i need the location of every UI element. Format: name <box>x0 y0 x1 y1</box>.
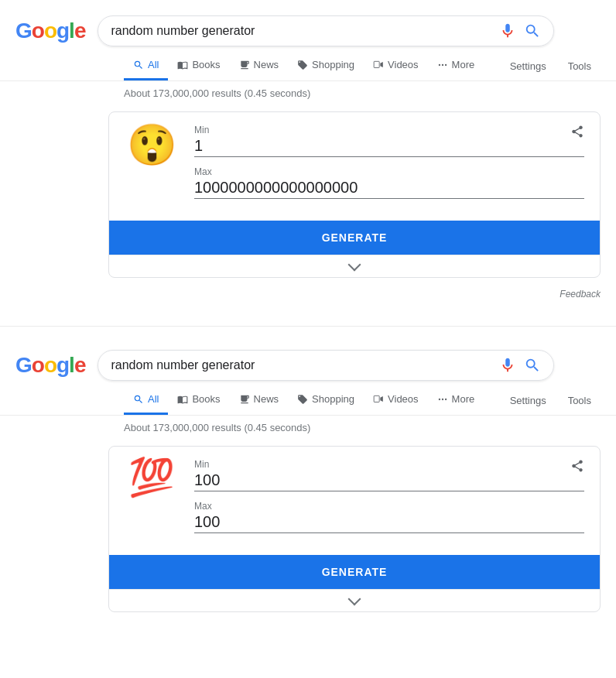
tab-videos-2[interactable]: Videos <box>364 385 428 415</box>
share-button-1[interactable] <box>570 125 584 141</box>
results-count-2: About 173,000,000 results (0.45 seconds) <box>0 416 616 440</box>
svg-point-4 <box>444 63 446 65</box>
widget-emoji-2: 💯 <box>125 459 179 496</box>
generate-button-2[interactable]: GENERATE <box>109 555 600 589</box>
tab-more-2[interactable]: More <box>428 385 484 415</box>
video-icon-2 <box>373 394 384 405</box>
search-tab-icon-2 <box>133 394 144 405</box>
widget-emoji-1: 😲 <box>125 125 179 165</box>
book-icon-2 <box>177 394 188 405</box>
widget-body-1: 😲 Min 1 Max 1000000000000000000 <box>109 112 600 221</box>
max-value-2[interactable]: 100 <box>194 513 584 533</box>
book-icon-1 <box>177 60 188 70</box>
max-value-1[interactable]: 1000000000000000000 <box>194 179 584 199</box>
min-label-2: Min <box>194 459 584 470</box>
tab-books-1[interactable]: Books <box>168 51 229 80</box>
video-icon-1 <box>373 60 384 70</box>
mic-icon-1[interactable] <box>499 22 516 39</box>
tag-icon-1 <box>297 60 308 70</box>
share-button-2[interactable] <box>570 459 584 475</box>
section-divider <box>0 326 616 327</box>
chevron-down-icon-1 <box>348 259 361 272</box>
feedback-1: Feedback <box>108 284 616 303</box>
news-icon-1 <box>239 60 250 70</box>
search-bar-2[interactable] <box>98 350 554 381</box>
header-1: Google <box>0 8 616 51</box>
max-input-group-2: Max 100 <box>194 501 584 533</box>
widget-card-2: 💯 Min 100 Max 100 GENERATE <box>108 446 601 612</box>
svg-marker-1 <box>380 61 383 67</box>
tag-icon-2 <box>297 394 308 405</box>
nav-tabs-1: All Books News Shopping Videos More Sett… <box>0 51 616 81</box>
search-input-1[interactable] <box>111 24 493 38</box>
nav-settings-1: Settings Tools <box>501 53 601 80</box>
nav-tabs-2: All Books News Shopping Videos More Sett… <box>0 385 616 416</box>
tab-shopping-1[interactable]: Shopping <box>288 51 364 80</box>
svg-point-8 <box>441 398 443 399</box>
search-bar-1[interactable] <box>98 15 554 46</box>
max-label-2: Max <box>194 501 584 512</box>
widget-body-2: 💯 Min 100 Max 100 <box>109 447 600 555</box>
google-logo-1: Google <box>15 19 85 43</box>
header-2: Google <box>0 342 616 385</box>
tab-more-1[interactable]: More <box>428 51 484 80</box>
search-input-2[interactable] <box>111 358 493 372</box>
svg-point-9 <box>444 398 446 399</box>
tab-all-1[interactable]: All <box>124 51 168 80</box>
section-1: Google All Books News <box>0 0 616 318</box>
mic-icon-2[interactable] <box>499 357 516 374</box>
svg-rect-5 <box>374 396 379 402</box>
min-label-1: Min <box>194 125 584 135</box>
svg-point-3 <box>441 63 443 65</box>
tools-link-1[interactable]: Tools <box>559 53 601 80</box>
widget-expand-2[interactable] <box>109 589 600 611</box>
search-icons-2 <box>499 357 541 374</box>
nav-settings-2: Settings Tools <box>501 387 601 414</box>
tab-news-1[interactable]: News <box>230 51 289 80</box>
widget-expand-1[interactable] <box>109 255 600 277</box>
min-input-group-2: Min 100 <box>194 459 584 491</box>
search-icons-1 <box>499 22 541 39</box>
max-input-group-1: Max 1000000000000000000 <box>194 166 584 199</box>
svg-rect-0 <box>374 61 379 67</box>
svg-marker-6 <box>380 396 383 401</box>
settings-link-1[interactable]: Settings <box>501 53 556 80</box>
settings-link-2[interactable]: Settings <box>501 387 556 414</box>
min-value-1[interactable]: 1 <box>194 137 584 157</box>
search-button-icon-1[interactable] <box>524 22 541 39</box>
min-value-2[interactable]: 100 <box>194 471 584 491</box>
tab-shopping-2[interactable]: Shopping <box>288 385 364 415</box>
dots-icon-2 <box>437 394 448 405</box>
widget-card-1: 😲 Min 1 Max 1000000000000000000 GENERATE <box>108 111 601 278</box>
widget-inputs-2: Min 100 Max 100 <box>194 459 584 543</box>
tab-videos-1[interactable]: Videos <box>364 51 428 80</box>
dots-icon-1 <box>437 60 448 70</box>
tab-books-2[interactable]: Books <box>168 385 229 415</box>
feedback-link-1[interactable]: Feedback <box>560 289 601 300</box>
min-input-group-1: Min 1 <box>194 125 584 157</box>
news-icon-2 <box>239 394 250 405</box>
chevron-down-icon-2 <box>348 593 361 606</box>
tab-all-2[interactable]: All <box>124 385 168 415</box>
svg-point-2 <box>438 63 440 65</box>
results-count-1: About 173,000,000 results (0.45 seconds) <box>0 81 616 105</box>
search-button-icon-2[interactable] <box>524 357 541 374</box>
search-tab-icon-1 <box>133 60 144 70</box>
section-2: Google All Books News <box>0 334 616 634</box>
tab-news-2[interactable]: News <box>230 385 289 415</box>
widget-inputs-1: Min 1 Max 1000000000000000000 <box>194 125 584 208</box>
google-logo-2: Google <box>15 353 85 378</box>
generate-button-1[interactable]: GENERATE <box>109 221 600 255</box>
svg-point-7 <box>438 398 440 399</box>
max-label-1: Max <box>194 166 584 177</box>
tools-link-2[interactable]: Tools <box>559 387 601 414</box>
